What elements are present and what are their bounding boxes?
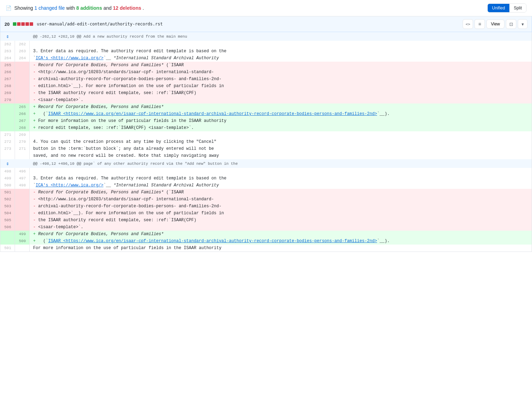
- table-row: saved, and no new record will be created…: [0, 152, 532, 159]
- line-num-new: 263: [15, 48, 30, 55]
- hunk-header-2: ⇕ @@ -498,12 +496,10 @@ page` of any oth…: [0, 159, 532, 168]
- hunk-expand-icon-2b[interactable]: [15, 159, 30, 168]
- line-num-old: 262: [0, 41, 15, 48]
- line-content: - the ISAAR authority record edit templa…: [30, 217, 532, 224]
- hunk-expand-icon-2[interactable]: ⇕: [0, 159, 15, 168]
- line-num-old: 499: [0, 175, 15, 182]
- split-button[interactable]: Split: [509, 4, 526, 12]
- stat-red-3: [25, 22, 29, 26]
- chevron-button[interactable]: ▾: [518, 19, 527, 29]
- line-content: - <isaar-template>`.: [30, 224, 532, 231]
- ica-link-2[interactable]: ICA's <http://www.ica.org/>: [36, 183, 103, 188]
- line-content: + (`ISAAR <https://www.ica.org/en/isaar-…: [30, 110, 532, 117]
- line-content: - <isaar-template>`.: [30, 96, 532, 103]
- line-num-old: 267: [0, 76, 15, 83]
- line-num-old: 501: [0, 189, 15, 196]
- doc-view-button[interactable]: ≡: [474, 19, 485, 29]
- line-num-old: 498: [0, 168, 15, 175]
- line-num-new: 264: [15, 55, 30, 62]
- table-row: 504 - edition.html>`__). For more inform…: [0, 210, 532, 217]
- with-label: with: [66, 5, 75, 11]
- isaar-link-2[interactable]: ISAAR <https://www.ica.org/en/isaar-cpf-…: [48, 239, 377, 244]
- line-num-old: 270: [0, 96, 15, 103]
- table-row: 263 263 3. Enter data as required. The a…: [0, 48, 532, 55]
- table-row: 270 - <isaar-template>`.: [0, 96, 532, 103]
- line-content: - edition.html>`__). For more informatio…: [30, 210, 532, 217]
- table-row: 500 + (`ISAAR <https://www.ica.org/en/is…: [0, 238, 532, 245]
- line-num-new: 271: [15, 145, 30, 152]
- line-content: + Record for Corporate Bodies, Persons a…: [30, 231, 532, 238]
- line-content: [30, 168, 532, 175]
- line-content: [30, 41, 532, 48]
- file-num: 20: [5, 22, 9, 27]
- table-row: 500 498 `ICA's <http://www.ica.org/>`__ …: [0, 182, 532, 189]
- line-content: `ICA's <http://www.ica.org/>`__ *Interna…: [30, 55, 532, 62]
- line-num-old: 502: [0, 196, 15, 203]
- file-header-right: <> ≡ View ⊡ ▾: [463, 19, 527, 29]
- line-num-new: [15, 90, 30, 96]
- table-row: 273 271 button in the :term:`button bloc…: [0, 145, 532, 152]
- diff-stat: [13, 22, 33, 26]
- table-row: 265 - Record for Corporate Bodies, Perso…: [0, 62, 532, 69]
- line-num-old: 273: [0, 145, 15, 152]
- line-num-new: [15, 96, 30, 103]
- stat-red-1: [17, 22, 21, 26]
- line-num-old: [0, 110, 15, 117]
- table-row: 499 497 3. Enter data as required. The a…: [0, 175, 532, 182]
- monitor-button[interactable]: ⊡: [506, 19, 516, 29]
- line-content: + (`ISAAR <https://www.ica.org/en/isaar-…: [30, 238, 532, 245]
- line-num-old: [0, 238, 15, 245]
- line-content: - archival-authority-record-for-corporat…: [30, 203, 532, 210]
- table-row: 498 496: [0, 168, 532, 175]
- line-num-new: 499: [15, 231, 30, 238]
- hunk-expand-icon2[interactable]: [15, 32, 30, 41]
- line-num-new: [15, 224, 30, 231]
- table-row: 272 270 4. You can quit the creation pro…: [0, 138, 532, 145]
- stat-green-1: [13, 22, 16, 26]
- line-num-new: [15, 217, 30, 224]
- file-header: 20 user-manual/add-edit-content/authorit…: [0, 16, 532, 32]
- hunk-header-1: ⇕ @@ -262,12 +262,10 @@ Add a new author…: [0, 32, 532, 41]
- line-num-old: 503: [0, 203, 15, 210]
- hunk-header-text-2: @@ -498,12 +496,10 @@ page` of any other…: [30, 159, 532, 168]
- line-content: 3. Enter data as required. The authority…: [30, 48, 532, 55]
- line-content: [30, 131, 532, 138]
- hunk-expand-icon[interactable]: ⇕: [0, 32, 15, 41]
- line-content: button in the :term:`button block`; any …: [30, 145, 532, 152]
- line-num-new: [15, 189, 30, 196]
- line-num-new: [15, 203, 30, 210]
- line-num-new: 270: [15, 138, 30, 145]
- view-toggle: Unified Split: [487, 3, 526, 13]
- line-num-old: [0, 124, 15, 131]
- line-content: For more information on the use of parti…: [30, 245, 532, 252]
- line-content: `ICA's <http://www.ica.org/>`__ *Interna…: [30, 182, 532, 189]
- top-bar: 📄 Showing 1 changed file with 8 addition…: [0, 0, 532, 16]
- line-num-old: 268: [0, 83, 15, 90]
- view-button[interactable]: View: [486, 20, 504, 29]
- file-header-left: 20 user-manual/add-edit-content/authorit…: [5, 22, 163, 27]
- ica-link-1[interactable]: ICA's <http://www.ica.org/>: [36, 56, 103, 61]
- table-row: 266 + (`ISAAR <https://www.ica.org/en/is…: [0, 110, 532, 117]
- period: .: [143, 5, 144, 11]
- table-row: 267 + For more information on the use of…: [0, 117, 532, 124]
- table-row: 264 264 `ICA's <http://www.ica.org/>`__ …: [0, 55, 532, 62]
- unified-button[interactable]: Unified: [488, 4, 509, 12]
- line-content: 3. Enter data as required. The authority…: [30, 175, 532, 182]
- line-num-new: [15, 210, 30, 217]
- summary-text: 📄 Showing 1 changed file with 8 addition…: [6, 5, 144, 11]
- table-row: 506 - <isaar-template>`.: [0, 224, 532, 231]
- line-num-new: [15, 196, 30, 203]
- table-row: 505 - the ISAAR authority record edit te…: [0, 217, 532, 224]
- table-row: 262 262: [0, 41, 532, 48]
- isaar-link-1[interactable]: ISAAR <https://www.ica.org/en/isaar-cpf-…: [48, 111, 377, 116]
- line-num-new: 262: [15, 41, 30, 48]
- line-num-old: 505: [0, 217, 15, 224]
- stat-red-2: [21, 22, 25, 26]
- line-num-new: 496: [15, 168, 30, 175]
- showing-label: Showing: [14, 5, 33, 11]
- changed-files-link[interactable]: 1 changed file: [35, 5, 65, 11]
- code-view-button[interactable]: <>: [463, 19, 473, 29]
- line-num-old: 264: [0, 55, 15, 62]
- table-row: 501 For more information on the use of p…: [0, 245, 532, 252]
- line-content: - <http://www.ica.org/10203/standards/is…: [30, 196, 532, 203]
